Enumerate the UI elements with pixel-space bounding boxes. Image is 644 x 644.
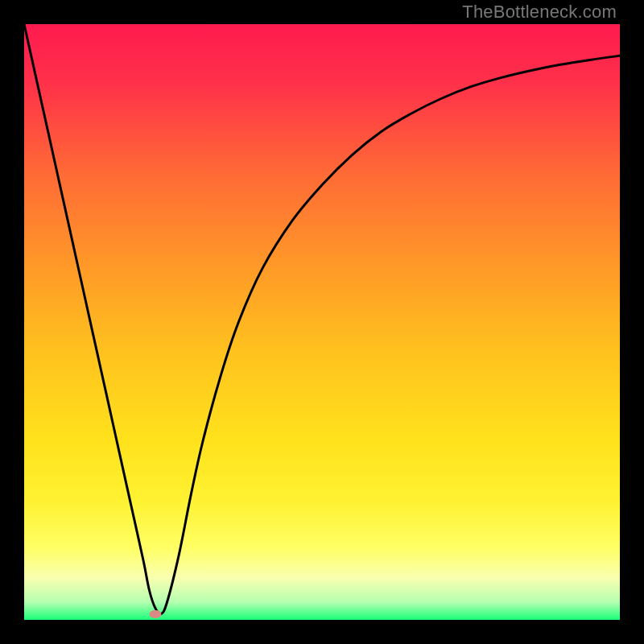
optimal-point-marker [149,610,161,618]
bottleneck-curve [24,24,620,614]
chart-frame: TheBottleneck.com [0,0,644,644]
watermark-text: TheBottleneck.com [462,2,617,23]
curve-layer [24,24,620,620]
plot-area [24,24,620,620]
